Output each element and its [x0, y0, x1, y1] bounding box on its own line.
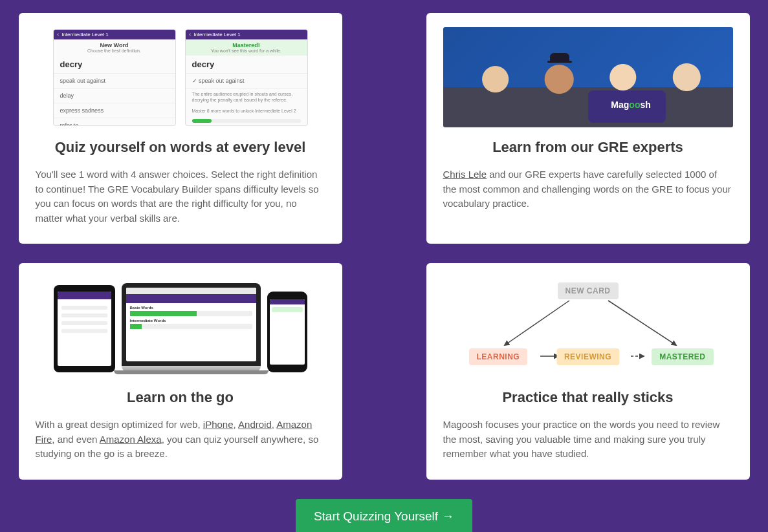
experts-photo: Magoosh [443, 27, 733, 127]
svg-line-0 [505, 301, 569, 345]
cta-label: Start Quizzing Yourself [314, 509, 438, 523]
card-body: You'll see 1 word with 4 answer choices.… [36, 167, 325, 226]
next-word-label: Next word → [186, 125, 307, 126]
breadcrumb: Intermediate Level 1 [61, 32, 109, 37]
card-body-text: and our GRE experts have carefully selec… [443, 169, 731, 209]
card-body: With a great design optimized for web, i… [36, 418, 325, 462]
phone-icon [267, 292, 307, 372]
quiz-option: refer to [54, 118, 175, 126]
card-title: Learn on the go [36, 389, 325, 406]
pill-reviewing: REVIEWING [556, 348, 619, 365]
pill-mastered: MASTERED [652, 348, 713, 365]
svg-line-1 [608, 301, 676, 345]
card-title: Practice that really sticks [443, 389, 733, 406]
card-practice: NEW CARD LEARNING REVIEWING MASTERED Pra… [426, 263, 750, 480]
card-title: Learn from our GRE experts [443, 139, 733, 156]
card-body: Magoosh focuses your practice on the wor… [443, 418, 733, 462]
android-link[interactable]: Android [238, 419, 272, 430]
magoosh-logo: Magoosh [611, 100, 650, 110]
start-quizzing-button[interactable]: Start Quizzing Yourself→ [296, 499, 472, 533]
pill-learning: LEARNING [469, 348, 528, 365]
tablet-icon [54, 285, 115, 372]
quiz-screenshot-before: ‹Intermediate Level 1 New WordChoose the… [53, 29, 176, 126]
iphone-link[interactable]: iPhone [203, 419, 234, 430]
quiz-option: speak out against [54, 74, 175, 89]
devices-illustration: Basic Words Intermediate Words [36, 277, 325, 378]
quiz-illustration: ‹Intermediate Level 1 New WordChoose the… [36, 27, 325, 127]
shot-subheading: You won't see this word for a while. [186, 48, 307, 53]
pill-new-card: NEW CARD [558, 282, 619, 299]
arrow-right-icon: → [442, 509, 454, 523]
quiz-example-sentence: The entire audience erupted in shouts an… [186, 89, 307, 105]
laptop-icon: Basic Words Intermediate Words [122, 283, 261, 372]
laptop-section-label: Basic Words [130, 306, 252, 310]
card-body: Chris Lele and our GRE experts have care… [443, 167, 733, 211]
quiz-option: delay [54, 89, 175, 103]
quiz-word: decry [54, 56, 175, 74]
amazon-alexa-link[interactable]: Amazon Alexa [100, 434, 162, 445]
quiz-progress-text: Master 8 more words to unlock Intermedia… [186, 105, 307, 116]
quiz-word: decry [186, 56, 307, 74]
card-quiz: ‹Intermediate Level 1 New WordChoose the… [19, 13, 342, 244]
shot-subheading: Choose the best definition. [54, 48, 175, 53]
breadcrumb: Intermediate Level 1 [193, 32, 241, 37]
shot-heading: New Word [54, 42, 175, 48]
card-experts: Magoosh Learn from our GRE experts Chris… [426, 13, 750, 244]
flow-diagram: NEW CARD LEARNING REVIEWING MASTERED [443, 277, 733, 378]
quiz-correct-answer: speak out against [186, 74, 307, 89]
quiz-screenshot-after: ‹Intermediate Level 1 Mastered!You won't… [185, 29, 308, 126]
quiz-option: express sadness [54, 103, 175, 118]
laptop-section-label: Intermediate Words [130, 319, 252, 323]
card-learn-on-the-go: Basic Words Intermediate Words Learn on … [19, 263, 342, 480]
progress-bar [192, 119, 301, 123]
chris-lele-link[interactable]: Chris Lele [443, 169, 487, 180]
shot-heading: Mastered! [186, 42, 307, 48]
card-title: Quiz yourself on words at every level [36, 139, 325, 156]
